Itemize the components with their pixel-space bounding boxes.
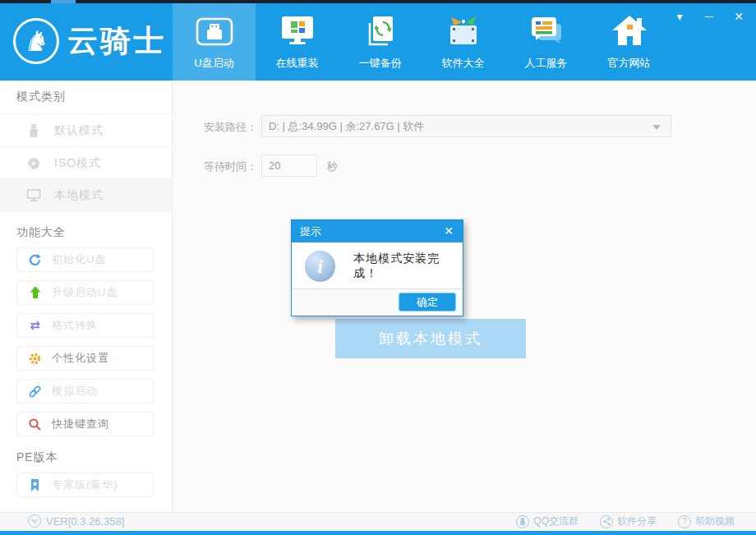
feature-button-label: 升级启动U盘 xyxy=(52,285,118,300)
window-close-button[interactable]: ✕ xyxy=(730,8,748,25)
nav-label: 软件大全 xyxy=(442,56,485,71)
divider xyxy=(0,211,172,212)
sidebar-section-pe-title: PE版本 xyxy=(16,450,58,465)
pe-version-button-expert[interactable]: 专家版(豪华) xyxy=(16,473,154,497)
online-reinstall-monitor-icon xyxy=(279,14,316,48)
footer-link-label: 帮助视频 xyxy=(695,514,735,528)
search-icon xyxy=(28,417,42,431)
uninstall-local-mode-button[interactable]: 卸载本地模式 xyxy=(335,319,526,358)
footer-link-label: QQ交流群 xyxy=(533,514,579,528)
link-icon xyxy=(28,385,42,399)
sidebar-item-local-mode[interactable]: 本地模式 xyxy=(0,179,172,211)
install-path-dropdown[interactable]: D: | 总:34.99G | 余:27.67G | 软件 xyxy=(261,115,671,137)
nav-label: U盘启动 xyxy=(194,56,233,71)
brand-name: 云骑士 xyxy=(67,21,166,62)
feature-button-label: 快捷键查询 xyxy=(52,417,109,431)
usb-drive-icon xyxy=(26,123,41,138)
sidebar-section-features-title: 功能大全 xyxy=(16,225,66,240)
chevron-down-circle-icon xyxy=(28,514,41,528)
footer-links: QQ交流群 软件分享 ? 帮助视频 xyxy=(516,514,735,528)
version-text: VER[0.3.26.358] xyxy=(46,515,124,528)
wait-time-unit: 秒 xyxy=(327,159,338,174)
feature-button-label: 模拟启动 xyxy=(52,384,98,399)
feature-button-format-convert[interactable]: ⇄ 格式转换 xyxy=(16,313,154,338)
qq-penguin-icon xyxy=(516,515,529,528)
nav-tab-usb-boot[interactable]: U盘启动 xyxy=(173,3,256,81)
sidebar-item-label: 本地模式 xyxy=(54,188,104,203)
usb-boot-icon xyxy=(196,14,233,48)
feature-button-upgrade-usb[interactable]: 升级启动U盘 xyxy=(16,280,154,305)
sidebar: 模式类别 默认模式 ISO模式 本地模式 功能大全 初始化U盘 升级启动U盘 xyxy=(0,81,173,512)
dialog-title: 提示 xyxy=(300,224,321,239)
bottom-accent-strip xyxy=(0,531,756,535)
feature-button-label: 格式转换 xyxy=(52,318,98,333)
version-indicator[interactable]: VER[0.3.26.358] xyxy=(28,514,124,528)
window-controls: ▾ ─ ✕ xyxy=(671,8,748,25)
sidebar-item-label: ISO模式 xyxy=(54,156,101,171)
nav-label: 人工服务 xyxy=(525,56,568,71)
main-nav: U盘启动 在线重装 一键备份 软件大全 人工服务 xyxy=(173,3,671,81)
nav-label: 官方网站 xyxy=(608,56,651,71)
nav-tab-online-reinstall[interactable]: 在线重装 xyxy=(256,3,339,81)
pe-version-label: 专家版(豪华) xyxy=(52,477,118,492)
bookmark-icon xyxy=(28,478,42,492)
window-dropdown-button[interactable]: ▾ xyxy=(671,8,689,25)
dialog-ok-button[interactable]: 确定 xyxy=(399,293,456,311)
dialog-titlebar[interactable]: 提示 ✕ xyxy=(292,220,463,242)
alert-dialog: 提示 ✕ i 本地模式安装完成！ 确定 xyxy=(291,219,463,316)
footer-link-share[interactable]: 软件分享 xyxy=(600,514,657,528)
footer-link-qq-group[interactable]: QQ交流群 xyxy=(516,514,579,528)
disc-icon xyxy=(26,156,41,171)
software-collection-box-icon xyxy=(445,14,482,48)
monitor-icon xyxy=(26,188,41,203)
dialog-body: i 本地模式安装完成！ xyxy=(292,242,463,290)
wait-time-label: 等待时间： xyxy=(204,159,257,174)
wait-time-input[interactable] xyxy=(261,155,317,177)
dialog-message: 本地模式安装完成！ xyxy=(353,251,463,281)
knight-on-horse-icon: ♞ xyxy=(13,18,59,64)
feature-button-label: 个性化设置 xyxy=(52,351,109,366)
footer-link-label: 软件分享 xyxy=(617,514,657,528)
customer-service-chat-icon xyxy=(528,14,565,48)
footer-bar: VER[0.3.26.358] QQ交流群 软件分享 ? 帮助视频 xyxy=(0,512,756,531)
sidebar-item-default-mode[interactable]: 默认模式 xyxy=(0,114,172,146)
feature-button-simulate-boot[interactable]: 模拟启动 xyxy=(16,379,154,404)
feature-button-label: 初始化U盘 xyxy=(52,252,106,267)
footer-link-help-video[interactable]: ? 帮助视频 xyxy=(678,514,735,528)
nav-label: 在线重装 xyxy=(276,56,319,71)
dialog-close-icon[interactable]: ✕ xyxy=(441,224,456,238)
sidebar-section-mode-title: 模式类别 xyxy=(16,90,66,104)
nav-tab-one-key-backup[interactable]: 一键备份 xyxy=(339,3,422,81)
nav-label: 一键备份 xyxy=(359,56,402,71)
refresh-icon xyxy=(28,253,42,267)
nav-tab-software-collection[interactable]: 软件大全 xyxy=(422,3,505,81)
feature-button-hotkey-query[interactable]: 快捷键查询 xyxy=(16,412,154,436)
official-website-home-icon xyxy=(611,14,648,48)
nav-tab-customer-service[interactable]: 人工服务 xyxy=(505,3,588,81)
nav-tab-official-website[interactable]: 官方网站 xyxy=(588,3,671,81)
question-mark-icon: ? xyxy=(678,515,691,528)
info-icon: i xyxy=(305,251,335,282)
sidebar-item-iso-mode[interactable]: ISO模式 xyxy=(0,147,172,179)
dialog-footer: 确定 xyxy=(292,288,463,316)
install-path-label: 安装路径： xyxy=(204,120,257,135)
transfer-arrows-icon: ⇄ xyxy=(28,319,42,333)
share-icon xyxy=(600,515,613,528)
main-content: 安装路径： D: | 总:34.99G | 余:27.67G | 软件 等待时间… xyxy=(173,81,756,512)
sidebar-item-label: 默认模式 xyxy=(54,123,104,138)
feature-button-personalize[interactable]: 个性化设置 xyxy=(16,346,154,371)
app-logo: ♞ 云骑士 xyxy=(13,18,166,64)
one-key-backup-icon xyxy=(362,14,399,48)
header-bar: ♞ 云骑士 U盘启动 在线重装 一键备份 软件大全 xyxy=(0,3,756,81)
install-path-value: D: | 总:34.99G | 余:27.67G | 软件 xyxy=(269,119,424,134)
gear-icon xyxy=(28,352,42,366)
feature-button-init-usb[interactable]: 初始化U盘 xyxy=(16,247,154,272)
window-minimize-button[interactable]: ─ xyxy=(700,8,718,25)
chevron-down-icon xyxy=(652,125,661,130)
up-arrow-icon xyxy=(28,286,42,300)
